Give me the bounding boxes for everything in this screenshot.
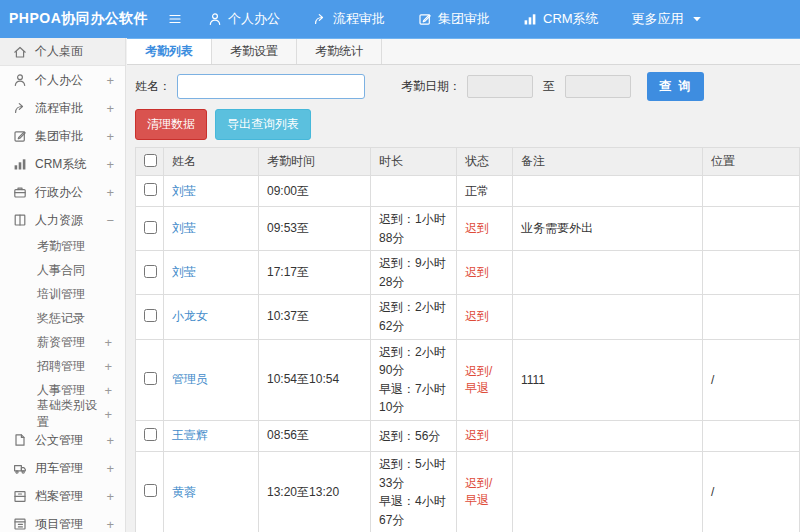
sidebar-subitem-label: 奖惩记录 — [37, 310, 112, 327]
employee-name-link[interactable]: 刘莹 — [172, 221, 196, 235]
date-filter-label: 考勤日期： — [401, 78, 461, 95]
location-cell: / — [703, 339, 800, 420]
row-checkbox-cell — [136, 176, 164, 207]
employee-name-link[interactable]: 黄蓉 — [172, 485, 196, 499]
remark-cell — [513, 420, 703, 451]
date-from-input[interactable] — [467, 75, 533, 98]
app-brand[interactable]: PHPOA协同办公软件 — [0, 10, 158, 28]
topnav-item-process-approval[interactable]: 流程审批 — [313, 10, 385, 28]
sidebar-item-label: 行政办公 — [35, 184, 106, 201]
caret-down-icon — [690, 12, 704, 26]
table-row: 王壹辉08:56至迟到：56分迟到 — [136, 420, 800, 451]
status-text: 迟到 — [465, 265, 489, 279]
sidebar-subitem-base-category-settings[interactable]: 基础类别设置+ — [0, 402, 125, 426]
expand-plus-icon[interactable]: + — [104, 407, 112, 422]
sidebar-subitem-recruit-mgmt[interactable]: 招聘管理+ — [0, 354, 125, 378]
employee-name-link[interactable]: 王壹辉 — [172, 428, 208, 442]
query-button[interactable]: 查 询 — [647, 72, 704, 101]
remark-cell — [513, 295, 703, 339]
user-icon — [13, 73, 27, 87]
sidebar-subitem-reward-punish[interactable]: 奖惩记录 — [0, 306, 125, 330]
share-icon — [13, 101, 27, 115]
collapse-minus-icon[interactable]: − — [106, 213, 114, 228]
topnav-item-label: 个人办公 — [228, 10, 280, 28]
employee-name-link[interactable]: 小龙女 — [172, 309, 208, 323]
expand-plus-icon[interactable]: + — [106, 461, 114, 476]
sidebar-item-personal-desktop[interactable]: 个人桌面 — [0, 38, 125, 66]
topnav-item-crm[interactable]: CRM系统 — [523, 10, 599, 28]
row-checkbox-cell — [136, 420, 164, 451]
expand-plus-icon[interactable]: + — [106, 101, 114, 116]
select-all-checkbox[interactable] — [144, 154, 157, 167]
row-checkbox-cell — [136, 207, 164, 251]
employee-name-link[interactable]: 刘莹 — [172, 265, 196, 279]
attendance-table: 姓名考勤时间时长状态备注位置 刘莹09:00至正常刘莹09:53至迟到：1小时8… — [135, 147, 800, 532]
user-icon — [208, 12, 222, 26]
book-icon — [13, 213, 27, 227]
sidebar-subitem-label: 基础类别设置 — [37, 397, 104, 431]
sidebar-item-hr[interactable]: 人力资源− — [0, 206, 125, 234]
expand-plus-icon[interactable]: + — [106, 129, 114, 144]
employee-name-link[interactable]: 管理员 — [172, 372, 208, 386]
doc-icon — [13, 433, 27, 447]
row-checkbox[interactable] — [144, 372, 157, 385]
sidebar-subitem-label: 薪资管理 — [37, 334, 104, 351]
export-list-button[interactable]: 导出查询列表 — [215, 109, 311, 140]
row-checkbox[interactable] — [144, 265, 157, 278]
employee-name-link[interactable]: 刘莹 — [172, 184, 196, 198]
expand-plus-icon[interactable]: + — [106, 157, 114, 172]
topnav-item-more-apps[interactable]: 更多应用 — [632, 10, 704, 28]
expand-plus-icon[interactable]: + — [106, 433, 114, 448]
date-to-separator: 至 — [543, 78, 555, 95]
sidebar-item-project-mgmt[interactable]: 项目管理+ — [0, 510, 125, 532]
tab-attendance-stats[interactable]: 考勤统计 — [297, 39, 382, 64]
duration-cell: 迟到：56分 — [371, 420, 457, 451]
sidebar-item-label: CRM系统 — [35, 156, 106, 173]
sidebar-subitem-hr-contract[interactable]: 人事合同 — [0, 258, 125, 282]
sidebar-subitem-training-mgmt[interactable]: 培训管理 — [0, 282, 125, 306]
row-checkbox[interactable] — [144, 309, 157, 322]
sidebar-item-label: 公文管理 — [35, 432, 106, 449]
sidebar-item-group-approval[interactable]: 集团审批+ — [0, 122, 125, 150]
tab-attendance-list[interactable]: 考勤列表 — [127, 39, 212, 64]
topnav-item-personal-office[interactable]: 个人办公 — [208, 10, 280, 28]
row-checkbox[interactable] — [144, 183, 157, 196]
sidebar-subitem-label: 考勤管理 — [37, 238, 112, 255]
location-cell — [703, 207, 800, 251]
expand-plus-icon[interactable]: + — [106, 517, 114, 532]
topnav-item-label: 流程审批 — [333, 10, 385, 28]
attendance-table-wrap: 姓名考勤时间时长状态备注位置 刘莹09:00至正常刘莹09:53至迟到：1小时8… — [135, 147, 800, 532]
sidebar-item-vehicle-mgmt[interactable]: 用车管理+ — [0, 454, 125, 482]
menu-icon[interactable] — [168, 12, 182, 26]
sidebar-item-crm[interactable]: CRM系统+ — [0, 150, 125, 178]
row-checkbox[interactable] — [144, 484, 157, 497]
truck-icon — [13, 461, 27, 475]
sidebar-item-admin-office[interactable]: 行政办公+ — [0, 178, 125, 206]
row-checkbox-cell — [136, 251, 164, 295]
row-checkbox[interactable] — [144, 221, 157, 234]
sidebar-item-label: 个人桌面 — [35, 43, 114, 60]
sidebar-item-process-approval[interactable]: 流程审批+ — [0, 94, 125, 122]
sidebar-subitem-salary-mgmt[interactable]: 薪资管理+ — [0, 330, 125, 354]
column-header: 考勤时间 — [259, 148, 371, 176]
expand-plus-icon[interactable]: + — [106, 185, 114, 200]
expand-plus-icon[interactable]: + — [104, 359, 112, 374]
name-filter-input[interactable] — [177, 74, 365, 99]
tab-strip: 考勤列表考勤设置考勤统计 — [127, 38, 800, 65]
date-to-input[interactable] — [565, 75, 631, 98]
sidebar-item-personal-office[interactable]: 个人办公+ — [0, 66, 125, 94]
row-checkbox[interactable] — [144, 428, 157, 441]
expand-plus-icon[interactable]: + — [106, 489, 114, 504]
column-header: 位置 — [703, 148, 800, 176]
clean-data-button[interactable]: 清理数据 — [135, 109, 207, 140]
sidebar-subitem-attendance-mgmt[interactable]: 考勤管理 — [0, 234, 125, 258]
expand-plus-icon[interactable]: + — [104, 335, 112, 350]
top-navigation: 个人办公流程审批集团审批CRM系统更多应用 — [208, 10, 737, 28]
tab-attendance-settings[interactable]: 考勤设置 — [212, 39, 297, 64]
topnav-item-group-approval[interactable]: 集团审批 — [418, 10, 490, 28]
expand-plus-icon[interactable]: + — [104, 383, 112, 398]
name-cell: 刘莹 — [164, 176, 259, 207]
sidebar-item-archive-mgmt[interactable]: 档案管理+ — [0, 482, 125, 510]
expand-plus-icon[interactable]: + — [106, 73, 114, 88]
location-cell: / — [703, 451, 800, 532]
